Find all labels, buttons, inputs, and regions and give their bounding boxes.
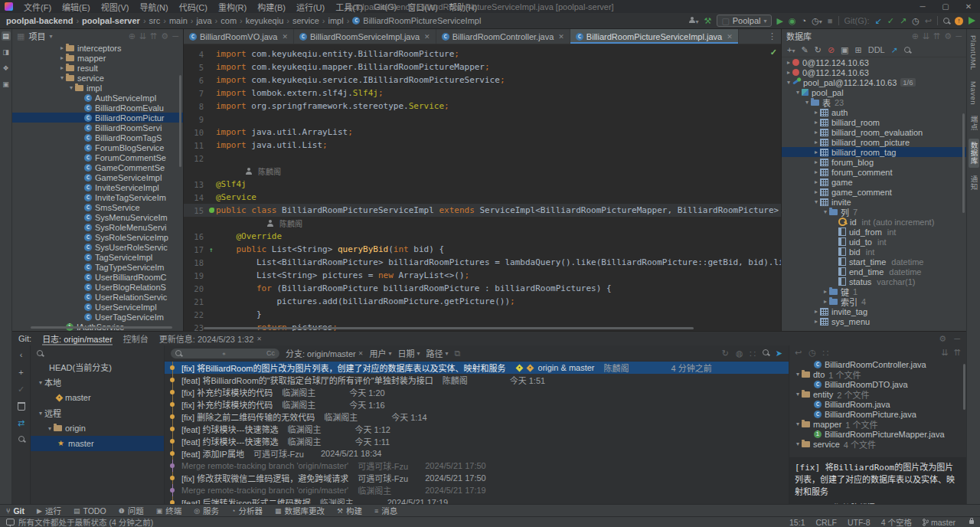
database-tree-item[interactable]: ▾pool_pal: [782, 87, 966, 97]
bookmarks-toolwindow-icon[interactable]: ▣: [2, 80, 11, 89]
search-icon[interactable]: [763, 349, 769, 355]
path-filter[interactable]: 路径▾: [426, 347, 448, 359]
database-tree-item[interactable]: ▸forum_comment: [782, 167, 966, 177]
ide-promo-icon[interactable]: [969, 17, 975, 25]
editor-tab[interactable]: BilliardRoomController.java✕: [436, 29, 570, 44]
git-tab[interactable]: 控制台: [123, 332, 149, 345]
breadcrumb-item[interactable]: java: [194, 16, 213, 25]
expand-all-icon[interactable]: ⇊: [923, 32, 929, 41]
toolwindow-button-profiler[interactable]: ◔分析器: [231, 505, 263, 516]
table-view-icon[interactable]: ⊞: [855, 45, 862, 55]
toolwindow-button-通知[interactable]: 通知: [969, 172, 979, 194]
project-tree-item[interactable]: SysUserRoleServic: [12, 242, 183, 252]
toolwindow-button-数据库[interactable]: 数据库: [969, 139, 979, 168]
code-line[interactable]: 7import lombok.extern.slf4j.Slf4j;: [184, 87, 781, 100]
spring-gutter-icon[interactable]: [207, 207, 216, 214]
search-branch-icon[interactable]: [18, 436, 24, 442]
toolwindow-button-build[interactable]: ⚒构建: [337, 505, 362, 516]
git-tab[interactable]: 日志: origin/master: [42, 332, 113, 345]
edit-datasource-icon[interactable]: ✎: [801, 45, 808, 55]
hide-panel-icon[interactable]: ─: [172, 32, 178, 41]
close-icon[interactable]: ✕: [282, 33, 288, 41]
breadcrumb-item[interactable]: keyukeqiu: [244, 16, 286, 25]
changed-file-item[interactable]: ▾service4 个文件: [789, 439, 966, 449]
collapse-all-icon[interactable]: ⇈: [954, 349, 961, 357]
project-tree-item[interactable]: UserBilliardRoomC: [12, 272, 183, 282]
breadcrumb-item[interactable]: com: [219, 16, 238, 25]
database-tree-item[interactable]: ▸键1: [782, 286, 966, 296]
commit-vscrollbar[interactable]: [963, 364, 965, 410]
database-tree-item[interactable]: ▸billiard_room_picture: [782, 137, 966, 147]
date-filter[interactable]: 日期▾: [397, 347, 420, 359]
project-tree-item[interactable]: InviteServiceImpl: [12, 182, 183, 192]
expander-icon[interactable]: ▾: [46, 425, 54, 432]
close-icon[interactable]: ✕: [558, 33, 564, 41]
branch-item[interactable]: ▾origin: [31, 421, 164, 436]
commit-search-input[interactable]: ⁎Cc: [171, 349, 279, 358]
project-toolwindow-icon[interactable]: ▤: [2, 31, 11, 41]
expand-all-icon[interactable]: ⇊: [139, 32, 146, 41]
commit-row[interactable]: [fix] 修改获取微信二维码逻辑，避免跨域请求可遇可球-Fzu2024/5/2…: [165, 472, 789, 484]
database-vscrollbar[interactable]: [962, 113, 965, 213]
expander-icon[interactable]: ▸: [812, 159, 820, 165]
code-line[interactable]: 10import java.util.ArrayList;: [184, 126, 781, 139]
expander-icon[interactable]: ▾: [67, 84, 75, 91]
changed-file-item[interactable]: ▾mapper1 个文件: [789, 419, 966, 429]
database-tree-item[interactable]: ▸invite_tag: [782, 306, 966, 316]
breadcrumb-item[interactable]: src: [148, 16, 162, 25]
breadcrumb-item[interactable]: service: [291, 16, 321, 25]
add-datasource-button[interactable]: +▾: [787, 45, 795, 54]
update-available-icon[interactable]: ↑: [955, 17, 963, 25]
ddl-button[interactable]: DDL: [868, 45, 885, 54]
expander-icon[interactable]: ▾: [794, 371, 802, 378]
git-commit-icon[interactable]: ✓: [887, 17, 894, 25]
commit-row[interactable]: [feat] 约球模块---快速筛选临渊阁主今天 1:11: [165, 435, 789, 447]
search-everywhere-icon[interactable]: [943, 18, 949, 24]
database-panel-title[interactable]: 数据库: [786, 30, 812, 42]
database-tree-item[interactable]: uid_toint: [782, 237, 966, 247]
delete-branch-icon[interactable]: [18, 402, 25, 411]
expander-icon[interactable]: ▸: [785, 59, 792, 66]
project-tree-item[interactable]: InviteTagServiceIm: [12, 192, 183, 202]
toolwindow-button-plantuml[interactable]: PlantUML: [969, 32, 978, 74]
breadcrumb-item[interactable]: main: [168, 16, 189, 25]
git-tab[interactable]: 更新信息: 2024/5/23 1:32✕: [159, 332, 262, 345]
commit-row[interactable]: [feat] 将BilliardRoom的"获取指定台球厅的所有评价"单独封装为…: [165, 374, 789, 386]
expander-icon[interactable]: ▸: [812, 178, 820, 185]
breadcrumb-item[interactable]: poolpal-server: [80, 16, 142, 25]
debug-button[interactable]: ◉: [789, 17, 796, 25]
project-panel-title[interactable]: 项目: [28, 30, 45, 42]
structure-toolwindow-icon[interactable]: ❖: [2, 64, 11, 73]
hide-panel-icon[interactable]: ─: [954, 335, 960, 343]
expander-icon[interactable]: ▸: [58, 64, 66, 71]
git-branch-widget[interactable]: master: [923, 518, 956, 527]
gear-icon[interactable]: ⚙: [161, 32, 168, 41]
locate-file-icon[interactable]: ⊕: [129, 32, 136, 41]
expander-icon[interactable]: ▸: [812, 129, 820, 136]
spring-bean-icon[interactable]: [209, 208, 214, 213]
expander-icon[interactable]: ▸: [822, 288, 829, 295]
maximize-button[interactable]: ▢: [934, 2, 957, 11]
project-hscrollbar[interactable]: [31, 326, 172, 329]
commit-row[interactable]: [fix] 补充约球模块的代码临渊阁主今天 1:20: [165, 386, 789, 398]
intellisort-icon[interactable]: ◍: [736, 349, 743, 358]
changed-file-item[interactable]: BilliardRoom.java: [789, 399, 966, 409]
breadcrumb-item[interactable]: impl: [326, 16, 345, 25]
project-tree-item[interactable]: UserTagServiceIm: [12, 312, 183, 322]
branch-item[interactable]: master: [31, 390, 164, 405]
database-tree-item[interactable]: ▸0@112.124.10.63: [782, 67, 966, 77]
query-console-icon[interactable]: ▣: [841, 45, 848, 55]
code-line[interactable]: 21 pictures.add(billiardRoomPicture.getP…: [184, 295, 781, 308]
navigate-icon[interactable]: ➤: [776, 349, 782, 358]
project-tree-item[interactable]: SysRoleServiceImp: [12, 232, 183, 242]
branch-item[interactable]: ▾远程: [31, 405, 164, 421]
git-update-icon[interactable]: ↙: [875, 17, 882, 25]
commit-row[interactable]: [fix] 补充约球模块的代码临渊阁主今天 1:16: [165, 398, 789, 411]
project-tree-item[interactable]: ForumCommentSe: [12, 152, 183, 162]
toolwindow-button-services[interactable]: ◎服务: [194, 505, 219, 516]
project-tree-item[interactable]: ForumBlogService: [12, 142, 183, 152]
branch-filter[interactable]: 分支: origin/master✕: [286, 347, 363, 359]
expander-icon[interactable]: ▾: [803, 99, 811, 106]
database-tree-item[interactable]: statusvarchar(1): [782, 277, 966, 286]
database-tree-item[interactable]: ▸sys_menu: [782, 316, 966, 326]
